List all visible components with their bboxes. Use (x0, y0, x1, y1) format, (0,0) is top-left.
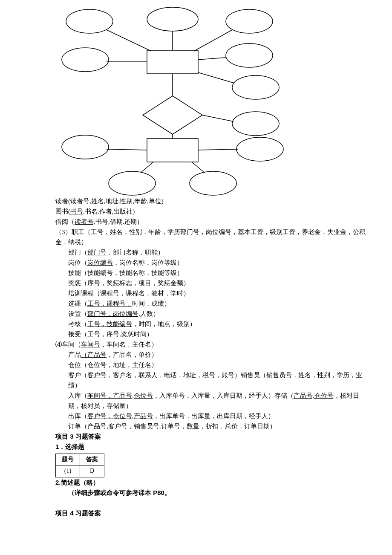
svg-point-3 (62, 48, 109, 72)
svg-line-7 (107, 30, 151, 51)
svg-line-12 (198, 72, 234, 83)
heading-choice: 1．选择题 (55, 442, 366, 452)
svg-point-19 (62, 135, 109, 159)
table-row: 题号 答案 (56, 454, 104, 465)
schema-accept: 接受（工号，序号,奖惩时间） (55, 329, 366, 339)
heading-brief: 2.简述题（略） (55, 477, 366, 488)
schema-select-course: 选课（工号，课程号，时间，成绩） (55, 298, 366, 309)
svg-line-24 (198, 149, 238, 150)
heading-project4: 项目 4 习题答案 (55, 508, 366, 518)
schema-warehouse: 仓位（仓位号，地址，主任名） (55, 360, 366, 370)
table-cell: (1) (56, 465, 80, 477)
svg-line-26 (192, 162, 205, 173)
schema-reward: 奖惩（序号，奖惩标志，项目，奖惩金额） (55, 278, 366, 288)
svg-point-5 (232, 75, 279, 99)
svg-rect-6 (147, 50, 198, 74)
svg-marker-13 (143, 96, 202, 134)
schema-workshop: ⑷车间（车间号，车间名，主任名） (55, 339, 366, 350)
svg-line-25 (141, 162, 153, 173)
schema-assess: 考核（工号，技能编号，时间，地点，级别） (55, 319, 366, 329)
schema-order: 订单（产品号,客户号，销售员号,订单号，数量，折扣，总价，订单日期） (55, 421, 366, 431)
schema-book: 图书(书号,书名,作者,出版社) (55, 206, 366, 217)
svg-point-22 (190, 171, 236, 195)
schema-skill: 技能（技能编号，技能名称，技能等级） (55, 268, 366, 278)
table-header-ans: 答案 (80, 454, 104, 465)
body-text: 读者(读者号,姓名,地址,性别,年龄,单位) 图书(书号,书名,作者,出版社) … (0, 196, 392, 518)
svg-point-4 (226, 43, 273, 67)
schema-product: 产品（产品号，产品名，单价） (55, 350, 366, 360)
schema-employee: （3）职工（工号，姓名，性别，年龄，学历部门号，岗位编号，基本工资，级别工资，养… (55, 227, 366, 247)
schema-reader: 读者(读者号,姓名,地址,性别,年龄,单位) (55, 196, 366, 206)
schema-setup: 设置（部门号，岗位编号,人数） (55, 309, 366, 319)
svg-point-20 (236, 137, 283, 161)
schema-position: 岗位（岗位编号，岗位名称，岗位等级） (55, 257, 366, 268)
svg-point-21 (109, 171, 156, 195)
schema-course: 培训课程（课程号，课程名，教材，学时） (55, 288, 366, 298)
svg-point-0 (66, 9, 113, 33)
svg-line-16 (202, 115, 233, 121)
svg-rect-17 (147, 139, 198, 162)
svg-line-11 (198, 58, 226, 60)
schema-dept: 部门（部门号，部门名称，职能） (55, 247, 366, 257)
svg-point-1 (147, 7, 198, 31)
svg-line-9 (194, 30, 232, 51)
detail-note: （详细步骤或命令可参考课本 P80。 (55, 488, 366, 498)
schema-borrow: 借阅（读者号,书号,借期,还期） (55, 217, 366, 227)
schema-instock: 入库（车间号，产品号,仓位号，入库单号，入库量，入库日期，经手人）存储（产品号,… (55, 390, 366, 411)
table-row: (1) D (56, 465, 104, 477)
schema-customer: 客户（客户号，客户名，联系人，电话，地址，税号，账号）销售员（销售员号，姓名，性… (55, 370, 366, 390)
heading-project3: 项目 3 习题答案 (55, 431, 366, 442)
svg-point-2 (226, 9, 273, 33)
er-diagram (55, 0, 294, 196)
schema-outstock: 出库（客户号，仓位号,产品号，出库单号，出库量，出库日期，经手人） (55, 411, 366, 421)
svg-line-23 (107, 149, 147, 150)
answer-table: 题号 答案 (1) D (55, 454, 104, 477)
svg-point-15 (232, 112, 279, 136)
table-header-qnum: 题号 (56, 454, 80, 465)
table-cell: D (80, 465, 104, 477)
